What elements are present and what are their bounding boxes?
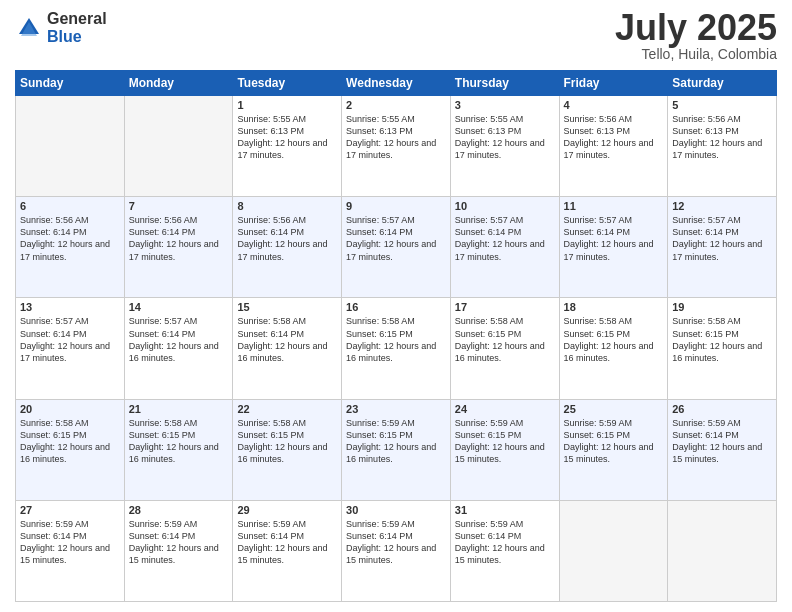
day-info: Sunrise: 5:57 AM Sunset: 6:14 PM Dayligh… <box>672 214 772 263</box>
day-info: Sunrise: 5:58 AM Sunset: 6:14 PM Dayligh… <box>237 315 337 364</box>
day-number: 1 <box>237 99 337 111</box>
day-info: Sunrise: 5:56 AM Sunset: 6:13 PM Dayligh… <box>564 113 664 162</box>
day-info: Sunrise: 5:57 AM Sunset: 6:14 PM Dayligh… <box>346 214 446 263</box>
day-info: Sunrise: 5:59 AM Sunset: 6:15 PM Dayligh… <box>564 417 664 466</box>
table-row: 10Sunrise: 5:57 AM Sunset: 6:14 PM Dayli… <box>450 197 559 298</box>
day-number: 5 <box>672 99 772 111</box>
header-saturday: Saturday <box>668 71 777 96</box>
day-info: Sunrise: 5:58 AM Sunset: 6:15 PM Dayligh… <box>455 315 555 364</box>
day-number: 31 <box>455 504 555 516</box>
day-number: 13 <box>20 301 120 313</box>
table-row <box>668 500 777 601</box>
calendar-week-row: 1Sunrise: 5:55 AM Sunset: 6:13 PM Daylig… <box>16 96 777 197</box>
table-row: 2Sunrise: 5:55 AM Sunset: 6:13 PM Daylig… <box>342 96 451 197</box>
header-monday: Monday <box>124 71 233 96</box>
table-row: 30Sunrise: 5:59 AM Sunset: 6:14 PM Dayli… <box>342 500 451 601</box>
day-number: 23 <box>346 403 446 415</box>
day-info: Sunrise: 5:55 AM Sunset: 6:13 PM Dayligh… <box>346 113 446 162</box>
day-info: Sunrise: 5:59 AM Sunset: 6:14 PM Dayligh… <box>129 518 229 567</box>
main-title: July 2025 <box>615 10 777 46</box>
day-number: 12 <box>672 200 772 212</box>
generalblue-icon <box>15 14 43 42</box>
day-number: 18 <box>564 301 664 313</box>
day-number: 22 <box>237 403 337 415</box>
table-row: 9Sunrise: 5:57 AM Sunset: 6:14 PM Daylig… <box>342 197 451 298</box>
day-number: 3 <box>455 99 555 111</box>
day-number: 16 <box>346 301 446 313</box>
calendar-header-row: Sunday Monday Tuesday Wednesday Thursday… <box>16 71 777 96</box>
day-info: Sunrise: 5:59 AM Sunset: 6:15 PM Dayligh… <box>455 417 555 466</box>
day-number: 15 <box>237 301 337 313</box>
table-row: 7Sunrise: 5:56 AM Sunset: 6:14 PM Daylig… <box>124 197 233 298</box>
table-row <box>16 96 125 197</box>
day-number: 6 <box>20 200 120 212</box>
day-number: 14 <box>129 301 229 313</box>
table-row: 19Sunrise: 5:58 AM Sunset: 6:15 PM Dayli… <box>668 298 777 399</box>
day-info: Sunrise: 5:58 AM Sunset: 6:15 PM Dayligh… <box>237 417 337 466</box>
page: General Blue July 2025 Tello, Huila, Col… <box>0 0 792 612</box>
day-number: 25 <box>564 403 664 415</box>
header-thursday: Thursday <box>450 71 559 96</box>
table-row: 1Sunrise: 5:55 AM Sunset: 6:13 PM Daylig… <box>233 96 342 197</box>
logo: General Blue <box>15 10 107 45</box>
table-row: 18Sunrise: 5:58 AM Sunset: 6:15 PM Dayli… <box>559 298 668 399</box>
day-info: Sunrise: 5:57 AM Sunset: 6:14 PM Dayligh… <box>20 315 120 364</box>
table-row: 31Sunrise: 5:59 AM Sunset: 6:14 PM Dayli… <box>450 500 559 601</box>
subtitle: Tello, Huila, Colombia <box>615 46 777 62</box>
day-info: Sunrise: 5:59 AM Sunset: 6:14 PM Dayligh… <box>20 518 120 567</box>
table-row: 13Sunrise: 5:57 AM Sunset: 6:14 PM Dayli… <box>16 298 125 399</box>
header-wednesday: Wednesday <box>342 71 451 96</box>
day-info: Sunrise: 5:58 AM Sunset: 6:15 PM Dayligh… <box>129 417 229 466</box>
table-row: 26Sunrise: 5:59 AM Sunset: 6:14 PM Dayli… <box>668 399 777 500</box>
day-number: 26 <box>672 403 772 415</box>
table-row: 14Sunrise: 5:57 AM Sunset: 6:14 PM Dayli… <box>124 298 233 399</box>
table-row: 5Sunrise: 5:56 AM Sunset: 6:13 PM Daylig… <box>668 96 777 197</box>
logo-general: General <box>47 10 107 28</box>
calendar-week-row: 20Sunrise: 5:58 AM Sunset: 6:15 PM Dayli… <box>16 399 777 500</box>
table-row: 21Sunrise: 5:58 AM Sunset: 6:15 PM Dayli… <box>124 399 233 500</box>
day-info: Sunrise: 5:56 AM Sunset: 6:14 PM Dayligh… <box>237 214 337 263</box>
header: General Blue July 2025 Tello, Huila, Col… <box>15 10 777 62</box>
table-row: 8Sunrise: 5:56 AM Sunset: 6:14 PM Daylig… <box>233 197 342 298</box>
day-number: 7 <box>129 200 229 212</box>
logo-blue: Blue <box>47 28 107 46</box>
day-number: 19 <box>672 301 772 313</box>
day-info: Sunrise: 5:56 AM Sunset: 6:14 PM Dayligh… <box>20 214 120 263</box>
day-number: 30 <box>346 504 446 516</box>
table-row: 25Sunrise: 5:59 AM Sunset: 6:15 PM Dayli… <box>559 399 668 500</box>
day-info: Sunrise: 5:56 AM Sunset: 6:14 PM Dayligh… <box>129 214 229 263</box>
day-number: 4 <box>564 99 664 111</box>
day-number: 20 <box>20 403 120 415</box>
header-friday: Friday <box>559 71 668 96</box>
day-number: 8 <box>237 200 337 212</box>
calendar-table: Sunday Monday Tuesday Wednesday Thursday… <box>15 70 777 602</box>
table-row: 16Sunrise: 5:58 AM Sunset: 6:15 PM Dayli… <box>342 298 451 399</box>
day-info: Sunrise: 5:59 AM Sunset: 6:14 PM Dayligh… <box>455 518 555 567</box>
day-number: 24 <box>455 403 555 415</box>
day-info: Sunrise: 5:58 AM Sunset: 6:15 PM Dayligh… <box>564 315 664 364</box>
day-info: Sunrise: 5:58 AM Sunset: 6:15 PM Dayligh… <box>346 315 446 364</box>
day-number: 10 <box>455 200 555 212</box>
day-info: Sunrise: 5:58 AM Sunset: 6:15 PM Dayligh… <box>672 315 772 364</box>
day-info: Sunrise: 5:58 AM Sunset: 6:15 PM Dayligh… <box>20 417 120 466</box>
day-info: Sunrise: 5:57 AM Sunset: 6:14 PM Dayligh… <box>129 315 229 364</box>
day-number: 21 <box>129 403 229 415</box>
day-number: 2 <box>346 99 446 111</box>
calendar-week-row: 6Sunrise: 5:56 AM Sunset: 6:14 PM Daylig… <box>16 197 777 298</box>
table-row: 15Sunrise: 5:58 AM Sunset: 6:14 PM Dayli… <box>233 298 342 399</box>
day-number: 27 <box>20 504 120 516</box>
day-info: Sunrise: 5:59 AM Sunset: 6:14 PM Dayligh… <box>237 518 337 567</box>
day-info: Sunrise: 5:56 AM Sunset: 6:13 PM Dayligh… <box>672 113 772 162</box>
day-info: Sunrise: 5:59 AM Sunset: 6:15 PM Dayligh… <box>346 417 446 466</box>
header-tuesday: Tuesday <box>233 71 342 96</box>
day-number: 9 <box>346 200 446 212</box>
table-row: 28Sunrise: 5:59 AM Sunset: 6:14 PM Dayli… <box>124 500 233 601</box>
day-info: Sunrise: 5:59 AM Sunset: 6:14 PM Dayligh… <box>346 518 446 567</box>
table-row: 22Sunrise: 5:58 AM Sunset: 6:15 PM Dayli… <box>233 399 342 500</box>
day-number: 17 <box>455 301 555 313</box>
title-block: July 2025 Tello, Huila, Colombia <box>615 10 777 62</box>
table-row: 3Sunrise: 5:55 AM Sunset: 6:13 PM Daylig… <box>450 96 559 197</box>
table-row: 29Sunrise: 5:59 AM Sunset: 6:14 PM Dayli… <box>233 500 342 601</box>
table-row <box>124 96 233 197</box>
table-row <box>559 500 668 601</box>
